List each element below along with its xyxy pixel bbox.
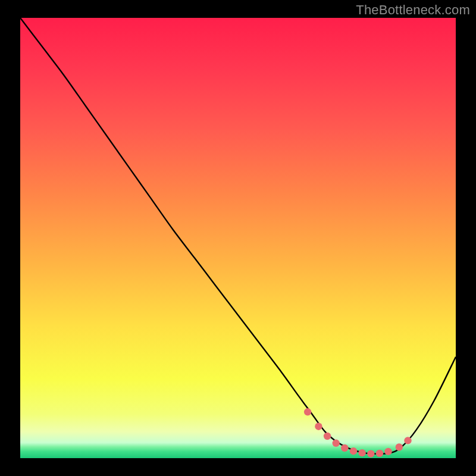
gradient-background (20, 18, 456, 458)
watermark-text: TheBottleneck.com (356, 2, 470, 18)
chart-frame: TheBottleneck.com (0, 0, 476, 476)
marker-dot (404, 437, 411, 444)
chart-svg (20, 18, 456, 458)
marker-dot (384, 448, 392, 455)
marker-dot (341, 444, 348, 452)
marker-dot (358, 449, 365, 456)
marker-dot (315, 423, 322, 430)
marker-dot (333, 440, 340, 447)
marker-dot (304, 408, 311, 415)
marker-dot (396, 443, 403, 450)
marker-dot (376, 450, 383, 457)
marker-dot (350, 447, 357, 455)
marker-dot (367, 450, 374, 457)
marker-dot (324, 433, 331, 440)
plot-area (20, 18, 456, 458)
